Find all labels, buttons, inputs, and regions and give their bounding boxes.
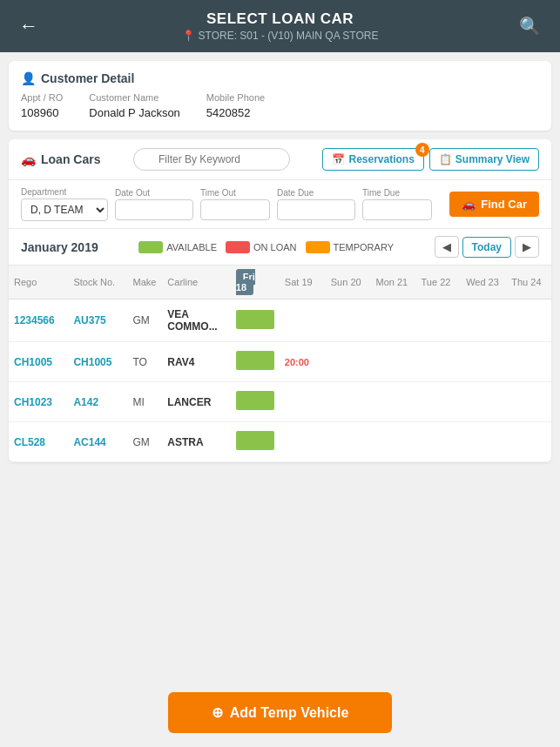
reservations-button[interactable]: 📅 Reservations 4	[322, 148, 423, 171]
col-make: Make	[127, 266, 162, 299]
car-icon: 🚗	[21, 152, 36, 166]
make-cell: GM	[127, 422, 162, 462]
find-car-button[interactable]: 🚗 Find Car	[449, 192, 539, 217]
sat-cell	[280, 382, 326, 422]
phone-field: Mobile Phone 5420852	[206, 92, 265, 120]
thu-cell	[506, 299, 551, 342]
form-row: Department D, D TEAM Date Out 18/01/2019…	[9, 180, 551, 229]
search-button[interactable]: 🔍	[512, 12, 548, 40]
sun-cell	[326, 342, 371, 382]
col-sun: Sun 20	[326, 266, 371, 299]
availability-bar	[236, 431, 274, 450]
availability-bar	[236, 351, 274, 370]
phone-value: 5420852	[206, 106, 251, 119]
phone-label: Mobile Phone	[206, 92, 265, 103]
table-row[interactable]: CH1023 A142 MI LANCER	[9, 382, 551, 422]
filter-wrapper: 🔍	[133, 148, 290, 171]
carline-cell: VEA COMMO...	[162, 299, 231, 342]
date-out-label: Date Out	[115, 188, 193, 198]
sun-cell	[326, 382, 371, 422]
mon-cell	[371, 422, 416, 462]
onloan-dot	[226, 241, 250, 253]
customer-detail-card: 👤 Customer Detail Appt / RO 108960 Custo…	[9, 61, 551, 131]
date-due-input[interactable]: 18/01/2019	[277, 199, 355, 220]
sat-cell	[280, 299, 326, 342]
availability-bar	[236, 391, 274, 410]
date-due-label: Date Due	[277, 188, 355, 198]
col-thu: Thu 24	[506, 266, 551, 299]
rego-cell: 1234566	[9, 299, 68, 342]
rego-cell: CH1023	[9, 382, 68, 422]
make-cell: TO	[127, 342, 162, 382]
calendar-month: January 2019	[21, 240, 98, 254]
sun-cell	[326, 422, 371, 462]
table-row[interactable]: CH1005 CH1005 TO RAV4 20:00	[9, 342, 551, 382]
rego-cell: CH1005	[9, 342, 68, 382]
name-field: Customer Name Donald P Jackson	[89, 92, 180, 120]
sat-cell: 20:00	[280, 342, 326, 382]
appt-value: 108960	[21, 106, 58, 119]
stock-cell: AU375	[68, 299, 127, 342]
today-button[interactable]: Today	[462, 237, 511, 258]
carline-cell: RAV4	[162, 342, 231, 382]
fri-cell	[231, 342, 280, 382]
thu-cell	[506, 342, 551, 382]
legend-temporary: TEMPORARY	[306, 241, 394, 253]
back-button[interactable]: ←	[12, 11, 45, 41]
department-group: Department D, D TEAM	[21, 187, 108, 221]
carline-cell: ASTRA	[162, 422, 231, 462]
location-icon: 📍	[182, 30, 195, 42]
date-out-input[interactable]: 18/01/2019	[115, 199, 193, 220]
legend-onloan: ON LOAN	[226, 241, 297, 253]
filter-input[interactable]	[133, 148, 290, 171]
table-row[interactable]: CL528 AC144 GM ASTRA	[9, 422, 551, 462]
thu-cell	[506, 382, 551, 422]
wed-cell	[461, 299, 506, 342]
make-cell: MI	[127, 382, 162, 422]
stock-cell: AC144	[68, 422, 127, 462]
mon-cell	[371, 382, 416, 422]
table-row[interactable]: 1234566 AU375 GM VEA COMMO...	[9, 299, 551, 342]
loan-cars-card: 🚗 Loan Cars 🔍 📅 Reservations 4 📋 Summary…	[9, 139, 551, 462]
time-due-input[interactable]: 05:00 pm	[362, 199, 432, 220]
time-label: 20:00	[285, 357, 309, 367]
sun-cell	[326, 299, 371, 342]
date-out-group: Date Out 18/01/2019	[115, 188, 193, 220]
reservations-badge: 4	[415, 143, 429, 157]
tue-cell	[416, 422, 462, 462]
col-fri: Fri 18	[231, 266, 280, 299]
next-button[interactable]: ▶	[515, 236, 539, 258]
legend: AVAILABLE ON LOAN TEMPORARY	[138, 241, 394, 253]
summary-view-button[interactable]: 📋 Summary View	[429, 148, 539, 171]
page-header: ← SELECT LOAN CAR 📍 STORE: S01 - (V10) M…	[0, 0, 560, 52]
fri-cell	[231, 422, 280, 462]
name-value: Donald P Jackson	[89, 106, 180, 119]
appt-field: Appt / RO 108960	[21, 92, 63, 120]
tue-cell	[416, 382, 462, 422]
action-buttons: 📅 Reservations 4 📋 Summary View	[322, 148, 539, 171]
wed-cell	[461, 342, 506, 382]
col-sat: Sat 19	[280, 266, 326, 299]
available-dot	[138, 241, 163, 253]
customer-card-title: 👤 Customer Detail	[21, 71, 539, 85]
rego-cell: CL528	[9, 422, 68, 462]
loan-header: 🚗 Loan Cars 🔍 📅 Reservations 4 📋 Summary…	[9, 139, 551, 180]
page-title: SELECT LOAN CAR	[44, 10, 516, 28]
department-select[interactable]: D, D TEAM	[21, 199, 108, 221]
table-header-row: Rego Stock No. Make Carline Fri 18 Sat 1…	[9, 266, 551, 299]
time-due-group: Time Due 05:00 pm	[362, 188, 432, 220]
stock-cell: CH1005	[68, 342, 127, 382]
time-out-input[interactable]: 11:15 am	[200, 199, 270, 220]
mon-cell	[371, 342, 416, 382]
name-label: Customer Name	[89, 92, 180, 103]
car-table: Rego Stock No. Make Carline Fri 18 Sat 1…	[9, 266, 551, 462]
add-temp-vehicle-button[interactable]: ⊕ Add Temp Vehicle	[168, 692, 393, 733]
col-mon: Mon 21	[371, 266, 416, 299]
prev-button[interactable]: ◀	[435, 236, 459, 258]
temporary-dot	[306, 241, 330, 253]
calendar-nav: ◀ Today ▶	[435, 236, 539, 258]
store-subtitle: 📍 STORE: S01 - (V10) MAIN QA STORE	[44, 30, 516, 42]
thu-cell	[506, 422, 551, 462]
plus-icon: ⊕	[212, 704, 223, 721]
col-carline: Carline	[162, 266, 231, 299]
